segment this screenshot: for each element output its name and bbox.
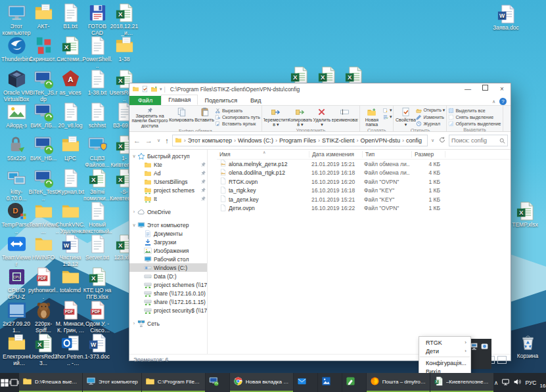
tab-вид[interactable]: Вид bbox=[244, 96, 267, 105]
desktop-icon[interactable]: PDFМ. Минаси, К. Грин, К. ... bbox=[55, 300, 85, 334]
menu-item[interactable]: Дети› bbox=[419, 347, 470, 355]
sidebar-item[interactable]: !UsersBillings bbox=[129, 177, 207, 186]
desktop-icon[interactable]: Скриншот.. bbox=[28, 35, 58, 63]
desktop-icon[interactable]: PowerShell... bbox=[82, 35, 112, 69]
hidden-tray-app-icon[interactable] bbox=[480, 341, 489, 353]
ribbon-button[interactable]: Копировать bbox=[169, 106, 194, 122]
desktop-icon[interactable]: АКТ- bbox=[28, 3, 58, 30]
ribbon-button[interactable]: Копировать в ▾ bbox=[288, 106, 312, 127]
taskbar-button[interactable] bbox=[294, 373, 317, 392]
menu-item[interactable]: Конфігурація... bbox=[419, 359, 470, 367]
start-button[interactable] bbox=[0, 373, 9, 392]
desktop-icon[interactable]: BiTeK_Test... bbox=[28, 168, 58, 202]
recent-locations-caret[interactable]: ∨ bbox=[156, 138, 162, 143]
file-row[interactable]: Дети.ovpn16.10.2019 16:22Файл "OVPN"1 КБ bbox=[217, 204, 511, 213]
ribbon-button[interactable]: Новая папка bbox=[361, 106, 382, 127]
quick-access-toolbar[interactable] bbox=[132, 85, 160, 93]
sidebar-item[interactable]: Kte bbox=[129, 160, 207, 169]
ribbon-button[interactable]: Удалить ▾ bbox=[312, 106, 332, 127]
taskbar-button[interactable] bbox=[318, 373, 342, 392]
file-row[interactable]: alona.melnyk_дети.p1221.01.2019 15:21Фай… bbox=[217, 160, 511, 169]
sidebar-item[interactable]: Документы bbox=[129, 229, 207, 238]
file-row[interactable]: ta_rtgk.key16.10.2019 16:18Файл "KEY"1 К… bbox=[217, 186, 511, 196]
sidebar-item[interactable]: Data (D:) bbox=[129, 272, 207, 280]
desktop-icon[interactable]: W1-373.doc bbox=[82, 333, 112, 360]
desktop-icon[interactable]: XЗвітні помилки.xlsx bbox=[82, 168, 112, 202]
taskbar-button[interactable] bbox=[342, 373, 366, 392]
ribbon-button[interactable]: ▾ bbox=[382, 114, 392, 120]
desktop-icon[interactable]: Thunderbird bbox=[1, 35, 32, 63]
breadcrumb-item[interactable]: STIKZ-client bbox=[322, 137, 355, 144]
refresh-icon[interactable] bbox=[438, 137, 447, 144]
minimize-button[interactable]: — bbox=[459, 83, 476, 95]
close-button[interactable]: × bbox=[493, 83, 511, 95]
desktop-icon[interactable]: WЧастина 1.2.12 bbox=[55, 234, 85, 267]
desktop-icon[interactable]: HWINFO bbox=[28, 234, 58, 261]
desktop-icon[interactable]: DTempParse... bbox=[1, 201, 32, 234]
thumbnails-view-icon[interactable] bbox=[497, 356, 507, 364]
ribbon-button[interactable]: Скопировать путь bbox=[215, 114, 260, 120]
sidebar-item[interactable]: share (\\172.16.1.15) (V:) bbox=[129, 297, 207, 306]
file-list-pane[interactable]: Имя∧Дата измененияТипРазмер alona.melnyk… bbox=[208, 150, 511, 354]
menu-item[interactable]: RTGK› bbox=[419, 338, 470, 347]
desktop-icon[interactable]: Айорд-з bbox=[1, 102, 32, 129]
column-header[interactable]: Имя∧ bbox=[217, 151, 309, 158]
ribbon-button[interactable]: Вырезать bbox=[215, 107, 260, 114]
sidebar-item[interactable]: Загрузки bbox=[129, 238, 207, 246]
desktop-icon[interactable]: totalcmd bbox=[55, 267, 85, 294]
help-icon[interactable]: ? bbox=[499, 98, 507, 105]
desktop-icon[interactable]: Новый текстовый.. bbox=[82, 201, 112, 234]
file-row[interactable]: ta_дети.key21.01.2019 15:21Файл "KEY"1 К… bbox=[217, 195, 511, 204]
desktop-icon[interactable]: schhist bbox=[82, 102, 112, 129]
breadcrumb[interactable]: ›Этот компьютер›Windows (C:)›Program Fil… bbox=[172, 135, 428, 146]
search-input[interactable]: Поиск: config bbox=[449, 135, 508, 146]
desktop-icon[interactable]: PDFОдом У. - Cisco CCN... bbox=[82, 300, 112, 334]
breadcrumb-item[interactable]: Этот компьютер bbox=[188, 137, 232, 144]
sidebar-item[interactable]: share (\\172.16.0.10) (S:) bbox=[129, 289, 207, 297]
desktop-icon[interactable]: Aas_vices bbox=[55, 69, 85, 97]
ribbon-button[interactable]: Переместить в ▾ bbox=[263, 106, 288, 127]
desktop-icon[interactable]: TeamViewer bbox=[1, 234, 32, 267]
sidebar-item[interactable]: Рабочий стол bbox=[129, 255, 207, 263]
task-view-button[interactable] bbox=[9, 373, 19, 392]
ribbon-button[interactable]: Снять выделение bbox=[448, 114, 501, 120]
back-button[interactable]: ← bbox=[132, 137, 142, 144]
desktop-icon[interactable]: XUsersRed23... bbox=[28, 333, 58, 366]
desktop-icon[interactable]: ГОТОВ CAD bbox=[82, 3, 112, 36]
up-button[interactable]: ↑ bbox=[164, 137, 170, 144]
desktop-icon[interactable]: СЦВЗ Файлов... bbox=[82, 135, 112, 168]
ribbon-button[interactable]: Переименовать bbox=[332, 106, 358, 122]
desktop-icon[interactable]: Oracle VM VirtualBox bbox=[1, 69, 32, 102]
desktop-icon[interactable]: XКТЕ ЦО на ПГВ.xlsx bbox=[82, 267, 112, 300]
ribbon-button[interactable]: Свойства ▾ bbox=[395, 106, 416, 127]
language-indicator[interactable]: РУС bbox=[525, 380, 536, 386]
file-row[interactable]: RTGK.ovpn16.10.2019 16:20Файл "OVPN"1 КБ bbox=[217, 177, 511, 186]
ribbon-button[interactable]: Выделить все bbox=[448, 107, 501, 114]
desktop-icon[interactable]: Корзина bbox=[512, 332, 543, 360]
breadcrumb-item[interactable]: OpenVPN-dstu bbox=[360, 137, 400, 144]
qat-newfolder-icon[interactable] bbox=[150, 86, 160, 93]
ribbon-button[interactable]: Открыть ▾ bbox=[416, 107, 445, 114]
desktop-icon[interactable]: 1-38.txt bbox=[82, 69, 112, 97]
ribbon-button[interactable]: Вставить bbox=[194, 106, 215, 122]
sidebar-item[interactable]: ›OneDrive bbox=[129, 207, 207, 216]
desktop-icon[interactable]: ChunkVNC... Удаленка bbox=[55, 201, 85, 234]
expand-icon[interactable]: ∨ bbox=[131, 223, 137, 228]
breadcrumb-item[interactable]: Windows (C:) bbox=[238, 137, 273, 144]
desktop-icon[interactable]: Server.txt bbox=[82, 234, 112, 261]
forward-button[interactable]: → bbox=[144, 137, 154, 144]
ribbon-button[interactable]: Вставить ярлык bbox=[215, 120, 260, 127]
column-header[interactable]: Размер bbox=[412, 151, 445, 158]
expand-icon[interactable]: › bbox=[131, 321, 137, 326]
sidebar-item[interactable]: Изображения bbox=[129, 246, 207, 255]
desktop-icon[interactable]: ВИК_НБ... bbox=[28, 135, 58, 162]
taskbar-button[interactable]: C:\Program Files\S... bbox=[142, 373, 205, 392]
tray-chevron-icon[interactable]: ∧ bbox=[494, 380, 499, 386]
sidebar-item[interactable]: Windows (C:) bbox=[129, 263, 207, 272]
desktop-icon[interactable]: 1-38 bbox=[109, 35, 139, 63]
desktop-icon[interactable]: 55x229 bbox=[1, 135, 32, 162]
desktop-icon[interactable]: XTEMP.xlsx bbox=[510, 201, 540, 229]
desktop-icon[interactable]: PDFpythonworl... bbox=[28, 267, 58, 300]
desktop-icon[interactable]: BITeK_JS.rdp bbox=[28, 69, 58, 102]
clock[interactable]: 16:26 16.10.2019 bbox=[539, 376, 546, 388]
